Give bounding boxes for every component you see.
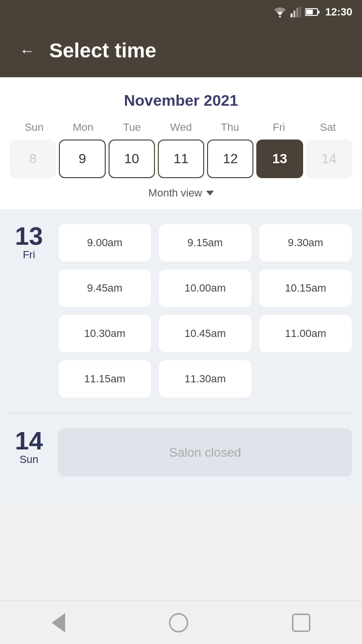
day-14-group: 14 Sun Salon closed — [10, 428, 352, 476]
nav-recent-button[interactable] — [292, 614, 310, 632]
nav-bar — [0, 601, 362, 644]
day-14-name: Sun — [19, 453, 38, 466]
header: ← Select time — [0, 24, 362, 77]
section-divider — [10, 413, 352, 414]
status-icons — [273, 7, 320, 17]
home-nav-icon — [169, 613, 188, 632]
time-section: 13 Fri 9.00am 9.15am 9.30am 9.45am 10.00… — [0, 209, 362, 505]
day-13-group: 13 Fri 9.00am 9.15am 9.30am 9.45am 10.00… — [10, 224, 352, 398]
weekday-wed: Wed — [156, 121, 205, 134]
time-slot-945[interactable]: 9.45am — [58, 269, 152, 308]
weekday-mon: Mon — [58, 121, 107, 134]
weekday-sat: Sat — [304, 121, 352, 134]
weekday-row: Sun Mon Tue Wed Thu Fri Sat — [10, 121, 352, 134]
time-slot-1130[interactable]: 11.30am — [158, 360, 252, 398]
nav-back-button[interactable] — [52, 613, 65, 632]
status-time: 12:30 — [325, 6, 352, 18]
day-14-label: 14 Sun — [10, 428, 48, 466]
signal-icon — [291, 7, 301, 17]
time-slot-1045[interactable]: 10.45am — [158, 314, 252, 353]
svg-rect-4 — [299, 7, 301, 17]
month-view-toggle[interactable]: Month view — [10, 187, 352, 199]
svg-rect-6 — [318, 11, 320, 14]
day-13-number: 13 — [15, 224, 43, 249]
salon-closed-label: Salon closed — [169, 445, 241, 460]
wifi-icon — [273, 7, 287, 17]
day-9[interactable]: 9 — [59, 140, 105, 178]
month-year: November 2021 — [10, 92, 352, 110]
weekday-tue: Tue — [108, 121, 156, 134]
svg-rect-1 — [291, 14, 292, 17]
day-13-label: 13 Fri — [10, 224, 48, 261]
time-slot-1015[interactable]: 10.15am — [259, 269, 352, 308]
day-13-time-grid: 9.00am 9.15am 9.30am 9.45am 10.00am 10.1… — [58, 224, 352, 398]
day-12[interactable]: 12 — [207, 140, 253, 178]
time-slot-930[interactable]: 9.30am — [259, 224, 352, 262]
day-11[interactable]: 11 — [158, 140, 204, 178]
svg-rect-2 — [293, 11, 295, 17]
back-button[interactable]: ← — [14, 37, 40, 65]
time-slot-900[interactable]: 9.00am — [58, 224, 152, 262]
header-title: Select time — [49, 39, 156, 62]
time-slot-915[interactable]: 9.15am — [158, 224, 252, 262]
calendar-section: November 2021 Sun Mon Tue Wed Thu Fri Sa… — [0, 77, 362, 209]
day-14[interactable]: 14 — [306, 140, 352, 178]
battery-icon — [305, 8, 320, 16]
time-slot-1030[interactable]: 10.30am — [58, 314, 152, 353]
time-slot-1100[interactable]: 11.00am — [259, 314, 352, 353]
day-10[interactable]: 10 — [109, 140, 155, 178]
svg-rect-7 — [306, 10, 313, 14]
month-view-label: Month view — [148, 187, 202, 199]
back-nav-icon — [52, 613, 65, 632]
chevron-down-icon — [206, 191, 214, 196]
recent-nav-icon — [292, 614, 310, 632]
weekday-thu: Thu — [206, 121, 254, 134]
day-8[interactable]: 8 — [10, 140, 56, 178]
days-row: 8 9 10 11 12 13 14 — [10, 140, 352, 178]
nav-home-button[interactable] — [169, 613, 188, 632]
svg-rect-3 — [296, 8, 298, 17]
weekday-sun: Sun — [10, 121, 58, 134]
svg-point-0 — [279, 16, 281, 17]
time-slot-1000[interactable]: 10.00am — [158, 269, 252, 308]
weekday-fri: Fri — [254, 121, 303, 134]
day-14-number: 14 — [15, 428, 43, 453]
salon-closed-box: Salon closed — [58, 428, 352, 476]
day-13-name: Fri — [23, 249, 35, 261]
time-slot-1115[interactable]: 11.15am — [58, 360, 152, 398]
day-13[interactable]: 13 — [256, 140, 303, 178]
status-bar: 12:30 — [0, 0, 362, 24]
